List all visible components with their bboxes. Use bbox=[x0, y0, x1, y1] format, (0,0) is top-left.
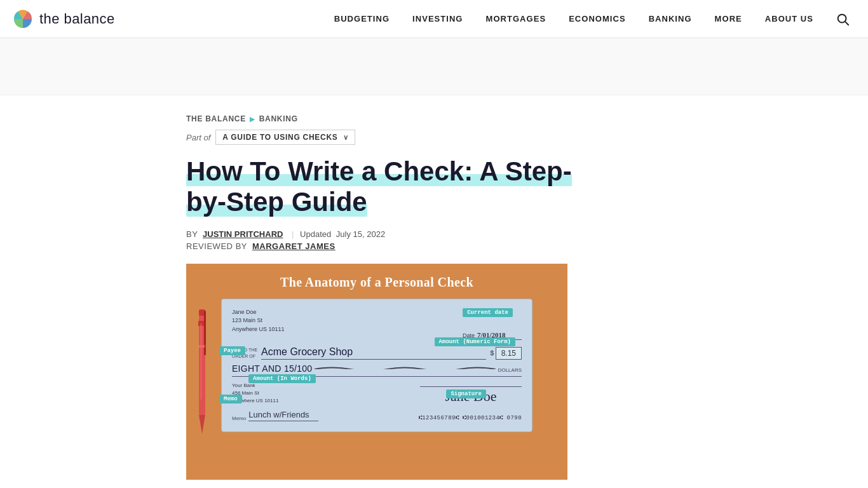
updated-date: July 15, 2022 bbox=[336, 229, 385, 239]
nav-more[interactable]: MORE bbox=[703, 0, 754, 38]
site-header: the balance BUDGETING INVESTING MORTGAGE… bbox=[0, 0, 868, 38]
svg-rect-7 bbox=[204, 311, 206, 355]
check-name-addr: Jane Doe 123 Main St Anywhere US 10111 bbox=[232, 308, 285, 334]
updated-label: Updated bbox=[300, 229, 331, 239]
nav-mortgages[interactable]: MORTGAGES bbox=[475, 0, 558, 38]
label-signature: Signature bbox=[446, 390, 486, 398]
check-payee-name: Acme Grocery Shop bbox=[261, 346, 486, 360]
check-bottom-row: Memo Lunch w/Friends ⑆123456789⑆ ⑆001001… bbox=[232, 410, 522, 421]
label-current-date: Current date bbox=[463, 308, 513, 317]
search-icon bbox=[836, 12, 850, 26]
check-dollars-sm: DOLLARS bbox=[498, 367, 522, 373]
hero-image: The Anatomy of a Personal Check Current … bbox=[186, 264, 567, 480]
breadcrumb-home-link[interactable]: THE BALANCE bbox=[186, 114, 246, 123]
dollar-sign: $ bbox=[490, 349, 494, 357]
article-reviewed: REVIEWED BY MARGARET JAMES bbox=[186, 241, 682, 251]
check-title: The Anatomy of a Personal Check bbox=[280, 275, 473, 290]
signature-line bbox=[420, 386, 522, 387]
reviewed-label: REVIEWED BY bbox=[186, 241, 247, 251]
nav-banking[interactable]: BANKING bbox=[637, 0, 703, 38]
label-amount-numeric: Amount (Numeric Form) bbox=[435, 337, 515, 346]
title-part1: How To Write a Check: A Step- bbox=[186, 156, 572, 186]
check-illustration: The Anatomy of a Personal Check Current … bbox=[186, 264, 567, 480]
nav-economics[interactable]: ECONOMICS bbox=[557, 0, 637, 38]
pen-decoration bbox=[195, 301, 207, 440]
svg-line-2 bbox=[845, 22, 848, 25]
pen-svg bbox=[195, 301, 207, 440]
svg-rect-9 bbox=[200, 323, 202, 400]
main-nav: BUDGETING INVESTING MORTGAGES ECONOMICS … bbox=[323, 0, 825, 38]
check-routing: ⑆123456789⑆ ⑆001001234⑆ 0790 bbox=[419, 415, 522, 421]
check-memo-area: Memo Lunch w/Friends bbox=[232, 410, 318, 421]
site-logo[interactable]: the balance bbox=[13, 9, 115, 29]
nav-investing[interactable]: INVESTING bbox=[401, 0, 474, 38]
title-part2: by-Step Guide bbox=[186, 187, 367, 217]
memo-label-sm: Memo bbox=[232, 416, 246, 421]
ad-banner bbox=[0, 38, 868, 95]
reviewer-link[interactable]: MARGARET JAMES bbox=[252, 241, 336, 251]
search-button[interactable] bbox=[830, 6, 855, 32]
breadcrumb-current: BANKING bbox=[259, 114, 298, 123]
breadcrumb-separator: ▶ bbox=[250, 116, 255, 123]
guide-dropdown[interactable]: A GUIDE TO USING CHECKS ∨ bbox=[215, 130, 355, 145]
check-card: Current date Amount (Numeric Form) Payee… bbox=[221, 299, 532, 432]
check-payee-row: PAY TO THE ORDER OF Acme Grocery Shop $ … bbox=[232, 346, 522, 360]
part-of-section: Part of A GUIDE TO USING CHECKS ∨ bbox=[186, 130, 682, 145]
squiggle-svg bbox=[315, 366, 495, 369]
breadcrumb: THE BALANCE ▶ BANKING bbox=[186, 114, 682, 123]
title-highlighted: How To Write a Check: A Step- by-Step Gu… bbox=[186, 156, 572, 217]
main-content: THE BALANCE ▶ BANKING Part of A GUIDE TO… bbox=[173, 95, 695, 488]
check-memo-text: Lunch w/Friends bbox=[248, 410, 318, 421]
check-dollar-box: $ 8.15 bbox=[490, 347, 522, 360]
by-label: BY bbox=[186, 229, 198, 239]
pipe-separator: | bbox=[292, 229, 294, 239]
article-title: How To Write a Check: A Step- by-Step Gu… bbox=[186, 156, 593, 218]
author-link[interactable]: JUSTIN PRITCHARD bbox=[203, 229, 283, 239]
label-memo: Memo bbox=[219, 395, 242, 403]
nav-budgeting[interactable]: BUDGETING bbox=[323, 0, 401, 38]
guide-label: A GUIDE TO USING CHECKS bbox=[222, 133, 337, 142]
svg-marker-4 bbox=[199, 415, 205, 434]
logo-icon bbox=[13, 9, 33, 29]
check-amount-num: 8.15 bbox=[496, 347, 522, 360]
dropdown-chevron-icon: ∨ bbox=[343, 133, 349, 142]
label-amount-words: Amount (In Words) bbox=[248, 374, 316, 383]
logo-text: the balance bbox=[39, 11, 115, 27]
label-payee: Payee bbox=[219, 346, 245, 355]
article-meta: BY JUSTIN PRITCHARD | Updated July 15, 2… bbox=[186, 229, 682, 239]
part-of-label: Part of bbox=[186, 133, 210, 142]
check-words-text: EIGHT AND 15/100 bbox=[232, 363, 312, 374]
squiggle-decoration bbox=[315, 364, 495, 369]
nav-about-us[interactable]: ABOUT US bbox=[754, 0, 825, 38]
